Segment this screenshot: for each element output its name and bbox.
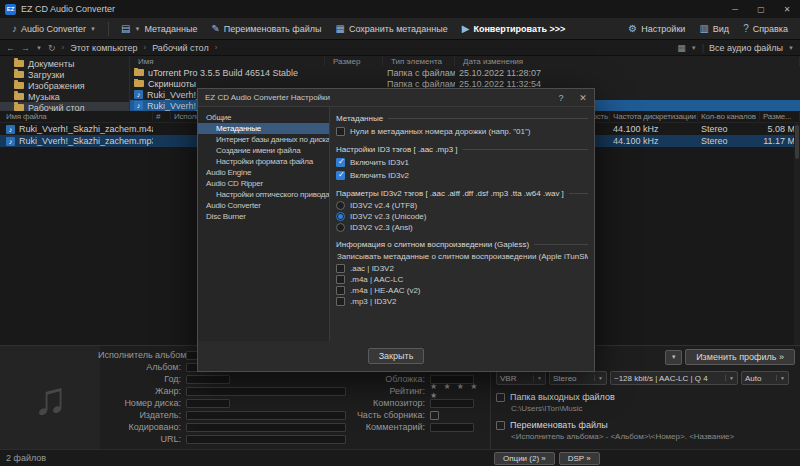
checkbox-icon[interactable] — [336, 286, 345, 295]
format-select[interactable]: ~128 kbit/s | AAC-LC | Q 4▼ — [610, 371, 738, 385]
checkbox-checked-icon[interactable] — [336, 171, 345, 180]
vertical-scrollbar[interactable] — [794, 123, 800, 345]
audio-file-icon: ♪ — [134, 101, 143, 110]
back-icon[interactable]: ← — [6, 43, 15, 53]
column-type[interactable]: Тип элемента — [383, 57, 455, 66]
leading-zeros-option[interactable]: Нули в метаданных номера дорожки (напр. … — [336, 125, 588, 138]
id3v2-unicode-option[interactable]: ID3V2 v2.3 (Unicode) — [336, 211, 588, 222]
checkbox-icon[interactable] — [336, 127, 345, 136]
tree-item-format-settings[interactable]: Настройки формата файла — [198, 156, 329, 167]
close-settings-button[interactable]: Закрыть — [368, 348, 425, 364]
options-button[interactable]: Опции (2) » — [494, 452, 555, 465]
checkbox-checked-icon[interactable] — [336, 158, 345, 167]
dsp-button[interactable]: DSP » — [559, 452, 600, 465]
folder-icon — [14, 104, 24, 111]
output-folder-checkbox[interactable] — [496, 393, 505, 402]
forward-icon[interactable]: → — [21, 43, 30, 53]
bitrate-mode-select[interactable]: VBR▼ — [496, 371, 546, 385]
folder-icon — [134, 69, 144, 76]
url-field[interactable] — [186, 435, 346, 444]
file-filter-select[interactable]: Все аудио файлы — [709, 43, 783, 53]
gapless-m4a-heaac-option[interactable]: .m4a | HE-AAC (v2) — [336, 285, 588, 296]
sidebar-item-music[interactable]: Музыка — [0, 91, 129, 102]
encoded-field[interactable] — [186, 423, 346, 432]
quality-select[interactable]: Auto▼ — [741, 371, 789, 385]
file-row[interactable]: uTorrent Pro 3.5.5 Build 46514 Stable Па… — [130, 67, 800, 78]
profile-menu-button[interactable]: ▼ — [665, 350, 682, 365]
rename-files-button[interactable]: ✎ Переименовать файлы — [205, 22, 327, 36]
dialog-help-button[interactable]: ? — [550, 89, 572, 106]
gapless-aac-option[interactable]: .aac | ID3V2 — [336, 263, 588, 274]
compilation-checkbox[interactable] — [430, 411, 439, 420]
dialog-close-button[interactable]: ✕ — [572, 89, 594, 106]
column-name[interactable]: Имя — [130, 57, 325, 66]
radio-icon[interactable] — [336, 201, 345, 210]
checkbox-icon[interactable] — [336, 275, 345, 284]
scrollbar-thumb[interactable] — [795, 125, 799, 159]
breadcrumb-root[interactable]: Этот компьютер — [70, 43, 137, 53]
sidebar-item-downloads[interactable]: Загрузки — [0, 69, 129, 80]
chevron-down-icon[interactable]: ▼ — [691, 45, 697, 51]
checkbox-icon[interactable] — [336, 264, 345, 273]
rating-stars[interactable]: ★ ★ ★ ★ ★ — [430, 382, 488, 400]
composer-field[interactable] — [430, 399, 474, 408]
column-modified[interactable]: Дата изменения — [455, 57, 800, 66]
breadcrumb-folder[interactable]: Рабочий стол — [152, 43, 209, 53]
channels-select[interactable]: Stereo▼ — [549, 371, 607, 385]
column-number[interactable]: # — [153, 112, 171, 121]
gapless-m4a-aaclc-option[interactable]: .m4a | AAC-LC — [336, 274, 588, 285]
rename-files-checkbox[interactable] — [496, 421, 505, 430]
tree-item-audio-engine[interactable]: Audio Engine — [198, 167, 329, 178]
comment-field[interactable] — [430, 423, 474, 432]
tree-item-disc-burner[interactable]: Disc Burner — [198, 211, 329, 222]
output-folder-path[interactable]: C:\Users\ITon\Music — [496, 404, 795, 413]
id3v2-utf8-option[interactable]: ID3V2 v2.4 (UTF8) — [336, 200, 588, 211]
tree-item-filename[interactable]: Создание имени файла — [198, 145, 329, 156]
change-profile-button[interactable]: Изменить профиль » — [685, 349, 795, 365]
id3v2-ansi-option[interactable]: ID3V2 v2.3 (Ansi) — [336, 222, 588, 233]
tree-item-general[interactable]: Общие — [198, 112, 329, 123]
column-channels[interactable]: Кол-во каналов — [698, 112, 760, 121]
settings-button[interactable]: ⚙ Настройки — [622, 22, 691, 36]
chevron-down-icon: ▼ — [134, 26, 140, 32]
convert-button[interactable]: ▶ Конвертировать >>> — [456, 22, 572, 36]
radio-icon[interactable] — [336, 223, 345, 232]
checkbox-icon[interactable] — [336, 297, 345, 306]
tree-item-optical-drive[interactable]: Настройки оптического привода — [198, 189, 329, 200]
sidebar-item-documents[interactable]: Документы — [0, 58, 129, 69]
year-field[interactable] — [186, 375, 230, 384]
column-size[interactable]: Размер — [325, 57, 383, 66]
settings-dialog-titlebar: EZ CD Audio Converter Настройки ? ✕ — [198, 89, 594, 107]
close-button[interactable]: ✕ — [774, 0, 800, 18]
column-sample-rate[interactable]: Частота дискретизации — [610, 112, 698, 121]
folder-icon — [134, 80, 144, 87]
maximize-button[interactable]: ▢ — [748, 0, 774, 18]
save-metadata-button[interactable]: ▦ Сохранить метаданные — [329, 22, 453, 36]
tree-item-audio-converter[interactable]: Audio Converter — [198, 200, 329, 211]
history-chevron-icon[interactable]: ▼ — [36, 45, 42, 51]
rename-pattern[interactable]: <Исполнитель альбома> - <Альбом>\<Номер>… — [496, 432, 795, 441]
album-art-placeholder[interactable]: ♫ — [0, 346, 100, 450]
composer-label: Композитор: — [352, 398, 430, 408]
disc-number-field[interactable] — [186, 399, 230, 408]
enable-id3v2-option[interactable]: Включить ID3v2 — [336, 169, 588, 182]
column-size[interactable]: Разме... — [760, 112, 800, 121]
radio-selected-icon[interactable] — [336, 212, 345, 221]
gapless-mp3-option[interactable]: .mp3 | ID3V2 — [336, 296, 588, 307]
enable-id3v1-option[interactable]: Включить ID3v1 — [336, 156, 588, 169]
chevron-down-icon[interactable]: ▼ — [788, 45, 794, 51]
tree-item-internet-db[interactable]: Интернет базы данных по дискам — [198, 134, 329, 145]
refresh-icon[interactable]: ↻ — [48, 43, 56, 53]
column-filename[interactable]: Имя файла — [3, 112, 153, 121]
genre-field[interactable] — [186, 387, 346, 396]
help-button[interactable]: ? Справка — [737, 22, 794, 36]
app-menu-button[interactable]: ♪ Audio Converter ▼ — [6, 22, 102, 36]
grid-view-icon[interactable]: ▦ — [677, 43, 686, 53]
metadata-button[interactable]: ▤ ▼ Метаданные — [115, 22, 203, 36]
tree-item-cd-ripper[interactable]: Audio CD Ripper — [198, 178, 329, 189]
tree-item-metadata[interactable]: Метаданные — [198, 123, 329, 134]
sidebar-item-pictures[interactable]: Изображения — [0, 80, 129, 91]
minimize-button[interactable]: ─ — [722, 0, 748, 18]
view-button[interactable]: ▥ Вид — [693, 22, 735, 36]
publisher-field[interactable] — [186, 411, 346, 420]
